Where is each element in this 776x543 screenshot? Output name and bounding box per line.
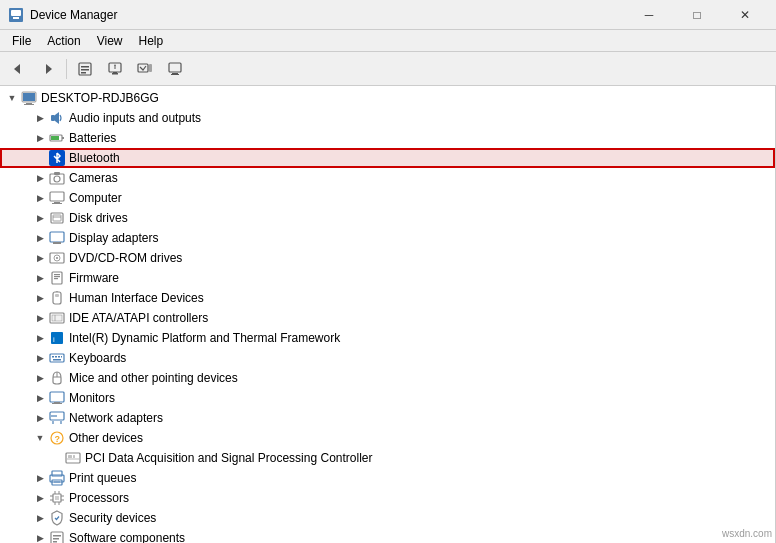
tree-item-softcomp[interactable]: ▶Software components [0,528,775,543]
intel-label: Intel(R) Dynamic Platform and Thermal Fr… [69,331,340,345]
keyboards-icon [48,349,66,367]
svg-rect-7 [81,69,89,71]
tree-item-firmware[interactable]: ▶Firmware [0,268,775,288]
tree-item-display[interactable]: ▶Display adapters [0,228,775,248]
maximize-button[interactable]: □ [674,0,720,30]
toolbar-update[interactable] [101,56,129,82]
tree-item-processors[interactable]: ▶Processors [0,488,775,508]
tree-item-keyboards[interactable]: ▶Keyboards [0,348,775,368]
tree-root[interactable]: ▼ DESKTOP-RDJB6GG [0,88,775,108]
tree-item-batteries[interactable]: ▶Batteries [0,128,775,148]
expand-dvd[interactable]: ▶ [32,248,48,268]
dvd-label: DVD/CD-ROM drives [69,251,182,265]
expand-root[interactable]: ▼ [4,88,20,108]
toolbar-forward[interactable] [34,56,62,82]
svg-rect-21 [51,115,55,121]
tree-item-mice[interactable]: ▶Mice and other pointing devices [0,368,775,388]
display-icon [48,229,66,247]
svg-rect-6 [81,66,89,68]
main-content: ▼ DESKTOP-RDJB6GG ▶Audio inputs and outp… [0,86,776,543]
other-icon: ? [48,429,66,447]
svg-rect-35 [50,232,64,242]
tree-item-hid[interactable]: ▶Human Interface Devices [0,288,775,308]
expand-print[interactable]: ▶ [32,468,48,488]
minimize-button[interactable]: ─ [626,0,672,30]
close-button[interactable]: ✕ [722,0,768,30]
expand-computer[interactable]: ▶ [32,188,48,208]
tree-item-audio[interactable]: ▶Audio inputs and outputs [0,108,775,128]
print-label: Print queues [69,471,136,485]
svg-rect-1 [11,10,21,16]
menu-help[interactable]: Help [131,32,172,50]
svg-text:i: i [53,335,55,344]
svg-marker-3 [14,64,20,74]
disk-label: Disk drives [69,211,128,225]
toolbar-scan[interactable] [131,56,159,82]
ide-label: IDE ATA/ATAPI controllers [69,311,208,325]
expand-intel[interactable]: ▶ [32,328,48,348]
monitors-icon [48,389,66,407]
root-label: DESKTOP-RDJB6GG [41,91,159,105]
expand-monitors[interactable]: ▶ [32,388,48,408]
tree-item-print[interactable]: ▶Print queues [0,468,775,488]
toolbar-monitor[interactable] [161,56,189,82]
toolbar-properties[interactable] [71,56,99,82]
tree-item-other[interactable]: ▼?Other devices [0,428,775,448]
other-label: Other devices [69,431,143,445]
toolbar-back[interactable] [4,56,32,82]
hid-icon [48,289,66,307]
svg-rect-24 [51,136,59,140]
svg-marker-4 [46,64,52,74]
expand-hid[interactable]: ▶ [32,288,48,308]
tree-item-ide[interactable]: ▶IDE ATA/ATAPI controllers [0,308,775,328]
svg-rect-92 [53,538,59,540]
tree-item-bluetooth[interactable]: Bluetooth [0,148,775,168]
tree-item-pci[interactable]: PCI Data Acquisition and Signal Processi… [0,448,775,468]
tree-item-computer[interactable]: ▶Computer [0,188,775,208]
expand-keyboards[interactable]: ▶ [32,348,48,368]
tree-item-intel[interactable]: ▶iIntel(R) Dynamic Platform and Thermal … [0,328,775,348]
expand-security[interactable]: ▶ [32,508,48,528]
softcomp-label: Software components [69,531,185,543]
expand-network[interactable]: ▶ [32,408,48,428]
tree-item-security[interactable]: ▶Security devices [0,508,775,528]
bluetooth-icon [48,149,66,167]
batteries-label: Batteries [69,131,116,145]
expand-other[interactable]: ▼ [32,428,48,448]
svg-rect-61 [50,392,64,402]
svg-rect-31 [52,203,62,204]
expand-ide[interactable]: ▶ [32,308,48,328]
menu-bar: File Action View Help [0,30,776,52]
expand-mice[interactable]: ▶ [32,368,48,388]
ide-icon [48,309,66,327]
tree-item-network[interactable]: ▶Network adapters [0,408,775,428]
expand-disk[interactable]: ▶ [32,208,48,228]
computer-label: Computer [69,191,122,205]
svg-rect-30 [54,202,60,203]
svg-rect-81 [55,496,59,500]
expand-batteries[interactable]: ▶ [32,128,48,148]
processors-label: Processors [69,491,129,505]
softcomp-icon [48,529,66,543]
device-tree[interactable]: ▼ DESKTOP-RDJB6GG ▶Audio inputs and outp… [0,86,776,543]
expand-display[interactable]: ▶ [32,228,48,248]
tree-item-cameras[interactable]: ▶Cameras [0,168,775,188]
expand-firmware[interactable]: ▶ [32,268,48,288]
expand-audio[interactable]: ▶ [32,108,48,128]
menu-action[interactable]: Action [39,32,88,50]
tree-item-disk[interactable]: ▶Disk drives [0,208,775,228]
cameras-label: Cameras [69,171,118,185]
pci-icon [64,449,82,467]
tree-item-monitors[interactable]: ▶Monitors [0,388,775,408]
menu-file[interactable]: File [4,32,39,50]
expand-softcomp[interactable]: ▶ [32,528,48,543]
tree-item-dvd[interactable]: ▶DVD/CD-ROM drives [0,248,775,268]
security-icon [48,509,66,527]
expand-processors[interactable]: ▶ [32,488,48,508]
menu-view[interactable]: View [89,32,131,50]
svg-rect-62 [54,402,60,403]
svg-rect-53 [50,354,64,362]
toolbar-sep-1 [66,59,67,79]
svg-rect-29 [50,192,64,201]
expand-cameras[interactable]: ▶ [32,168,48,188]
